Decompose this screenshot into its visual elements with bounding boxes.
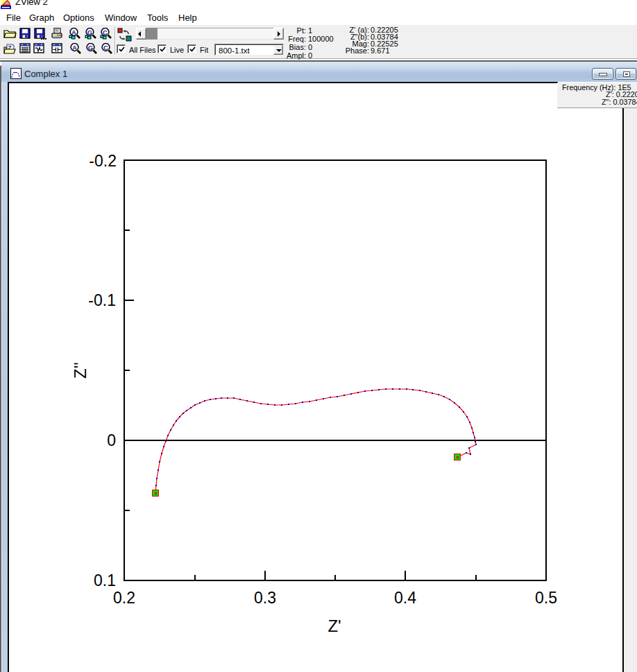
svg-text:0: 0	[107, 431, 116, 449]
svg-text:0.3: 0.3	[254, 589, 276, 607]
svg-text:-0.1: -0.1	[88, 291, 116, 309]
svg-text:0.1: 0.1	[94, 571, 116, 589]
svg-text:Z': Z'	[328, 617, 341, 635]
svg-text:0.2: 0.2	[113, 589, 135, 607]
svg-text:0.5: 0.5	[535, 589, 557, 607]
svg-text:A: A	[72, 44, 77, 51]
svg-text:C: C	[103, 44, 108, 51]
svg-text:0.4: 0.4	[394, 589, 416, 607]
svg-text:G: G	[87, 44, 92, 51]
svg-text:C: C	[103, 28, 108, 36]
svg-text:Z'': Z''	[71, 362, 90, 379]
svg-text:G: G	[87, 28, 92, 36]
svg-text:-0.2: -0.2	[89, 152, 117, 170]
svg-text:A: A	[71, 28, 76, 36]
